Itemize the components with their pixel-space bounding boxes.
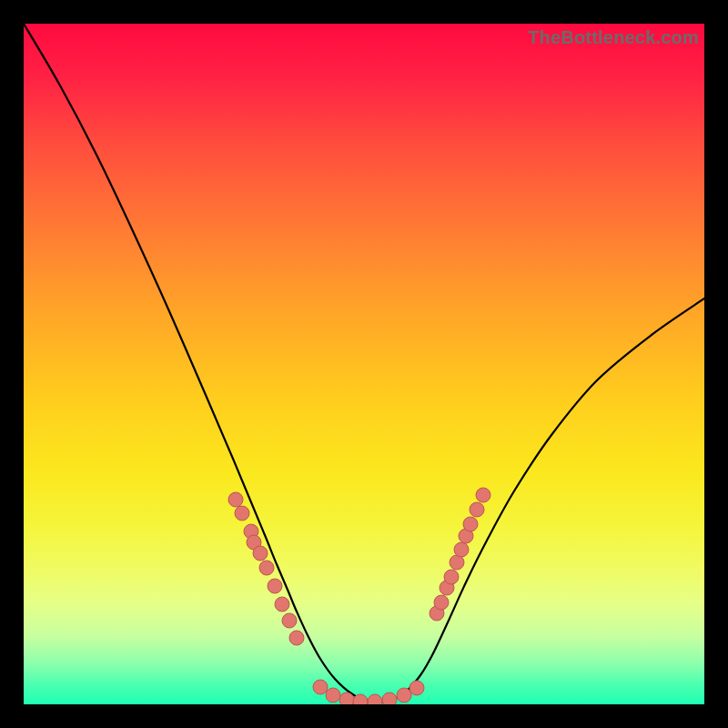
data-marker [470,502,484,517]
markers-group [228,488,490,704]
data-marker [410,681,424,695]
chart-svg [24,24,704,704]
data-marker [253,546,268,561]
data-marker [268,579,282,593]
data-marker [454,542,469,557]
chart-plot-area: TheBottleneck.com [24,24,704,704]
data-marker [289,631,304,645]
data-marker [259,561,274,575]
data-marker [368,694,382,704]
data-marker [326,688,340,703]
curve-path [24,24,704,703]
data-marker [444,570,459,584]
data-marker [228,492,243,507]
data-marker [339,693,354,704]
data-marker [397,688,411,703]
data-marker [282,613,297,628]
data-marker [476,488,490,502]
data-marker [434,595,449,610]
data-marker [275,597,289,612]
data-marker [382,693,397,704]
data-marker [313,680,328,694]
data-marker [463,517,478,531]
data-marker [235,506,249,521]
data-marker [353,694,368,704]
